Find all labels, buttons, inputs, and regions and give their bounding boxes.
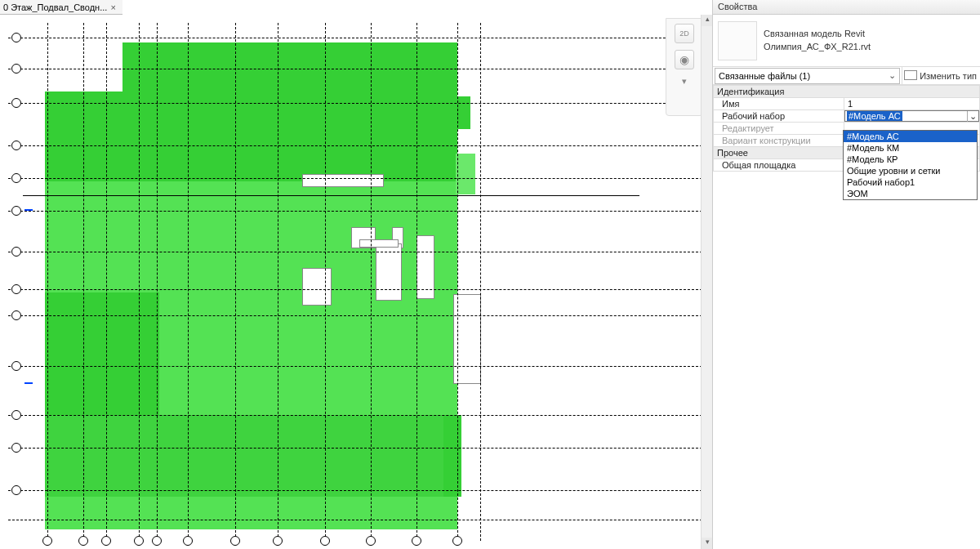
grid-line	[8, 252, 702, 252]
grid-line	[139, 23, 140, 541]
grid-bubble	[11, 443, 21, 453]
grid-bubble	[11, 173, 21, 183]
property-label: Редактирует	[714, 123, 844, 135]
scroll-up-icon[interactable]: ▴	[702, 15, 713, 26]
property-label: Общая площадка	[714, 159, 844, 172]
grid-line	[457, 23, 458, 541]
grid-bubble	[11, 141, 21, 150]
property-row: Имя1	[714, 98, 980, 110]
grid-line	[157, 23, 158, 541]
grid-bubble	[11, 485, 21, 495]
grid-bubble	[78, 536, 88, 546]
grid-line	[480, 23, 481, 541]
grid-bubble	[412, 536, 421, 546]
grid-line	[8, 145, 702, 146]
grid-line	[188, 23, 189, 541]
property-value-text: #Модель АС	[847, 111, 902, 121]
type-thumbnail	[718, 21, 757, 60]
drawing-canvas[interactable]	[0, 15, 702, 549]
grid-bubble	[11, 33, 21, 42]
grid-bubble	[101, 536, 111, 546]
grid-bubble	[11, 361, 21, 371]
grid-bubble	[134, 536, 144, 546]
plan-fill-dark	[45, 292, 159, 415]
scrollbar-vertical[interactable]: ▴ ▾	[701, 15, 712, 549]
section-line	[23, 195, 639, 196]
properties-panel: Свойства Связанная модель Revit Олимпия_…	[712, 0, 980, 549]
grid-line	[371, 23, 372, 541]
grid-bubble	[11, 98, 21, 108]
plan-opening	[302, 268, 332, 306]
properties-type-header: Связанная модель Revit Олимпия_АС_ФХ_R21…	[713, 15, 980, 67]
property-group-header[interactable]: Идентификация	[714, 86, 980, 98]
grid-bubble	[452, 536, 462, 546]
dropdown-option[interactable]: ЭОМ	[844, 188, 977, 199]
grid-bubble	[11, 64, 21, 74]
grid-line	[8, 178, 702, 179]
grid-line	[8, 490, 702, 491]
property-value[interactable]: 1	[844, 98, 980, 110]
property-label: Вариант конструкции	[714, 135, 844, 147]
grid-line	[8, 69, 702, 69]
scroll-down-icon[interactable]: ▾	[702, 538, 713, 549]
properties-title: Свойства	[713, 0, 980, 15]
view-tools: 2D ◉ ▾	[666, 18, 703, 116]
view-tab[interactable]: 0 Этаж_Подвал_Сводн... ×	[0, 0, 122, 15]
plan-opening	[359, 239, 399, 248]
grid-line	[8, 415, 702, 416]
close-icon[interactable]: ×	[110, 2, 115, 12]
grid-bubble	[11, 206, 21, 216]
edit-type-label: Изменить тип	[920, 71, 977, 81]
chevron-down-icon[interactable]: ⌄	[967, 111, 978, 122]
grid-bubble	[42, 536, 52, 546]
instance-filter-label: Связанные файлы (1)	[719, 71, 810, 81]
dropdown-option[interactable]: #Модель АС	[844, 131, 977, 142]
dropdown-option[interactable]: #Модель КР	[844, 154, 977, 165]
property-value[interactable]: #Модель АС⌄	[844, 110, 980, 123]
elevation-marker	[24, 382, 33, 384]
grid-bubble	[11, 284, 21, 294]
grid-line	[83, 23, 84, 541]
grid-bubble	[152, 536, 162, 546]
grid-line	[8, 366, 702, 367]
grid-line	[8, 38, 702, 38]
grid-line	[8, 520, 702, 520]
nav-wheel-icon[interactable]: ◉	[675, 50, 694, 69]
grid-bubble	[366, 536, 376, 546]
grid-bubble	[183, 536, 193, 546]
grid-line	[278, 23, 278, 541]
grid-line	[8, 211, 702, 212]
grid-bubble	[11, 410, 21, 420]
plan-opening	[302, 174, 384, 187]
instance-filter-select[interactable]: Связанные файлы (1) ⌄	[715, 68, 900, 84]
dropdown-option[interactable]: Рабочий набор1	[844, 176, 977, 188]
chevron-down-icon: ⌄	[889, 70, 896, 81]
grid-line	[8, 448, 702, 449]
edit-type-button[interactable]: Изменить тип	[902, 67, 980, 84]
type-name: Олимпия_АС_ФХ_R21.rvt	[764, 41, 871, 53]
viewcube-2d-icon[interactable]: 2D	[675, 24, 694, 43]
edit-type-icon	[906, 72, 917, 80]
property-row: Рабочий набор#Модель АС⌄	[714, 110, 980, 123]
grid-bubble	[230, 536, 240, 546]
chevron-down-icon[interactable]: ▾	[682, 76, 687, 87]
grid-line	[106, 23, 107, 541]
grid-bubble	[320, 536, 330, 546]
grid-line	[47, 23, 48, 541]
property-label: Имя	[714, 98, 844, 110]
property-label: Рабочий набор	[714, 110, 844, 123]
plan-bump	[443, 415, 461, 497]
dropdown-option[interactable]: Общие уровни и сетки	[844, 165, 977, 176]
plan-fill-dark	[122, 42, 457, 92]
plan-bump	[456, 154, 475, 194]
type-family: Связанная модель Revit	[764, 28, 871, 40]
view-tab-title: 0 Этаж_Подвал_Сводн...	[3, 2, 107, 12]
workset-dropdown[interactable]: #Модель АС#Модель КМ#Модель КРОбщие уров…	[843, 130, 978, 200]
grid-line	[416, 23, 417, 541]
grid-line	[325, 23, 326, 541]
grid-bubble	[11, 310, 21, 320]
grid-line	[8, 315, 702, 316]
dropdown-option[interactable]: #Модель КМ	[844, 142, 977, 154]
grid-line	[8, 289, 702, 290]
grid-line	[8, 103, 702, 104]
